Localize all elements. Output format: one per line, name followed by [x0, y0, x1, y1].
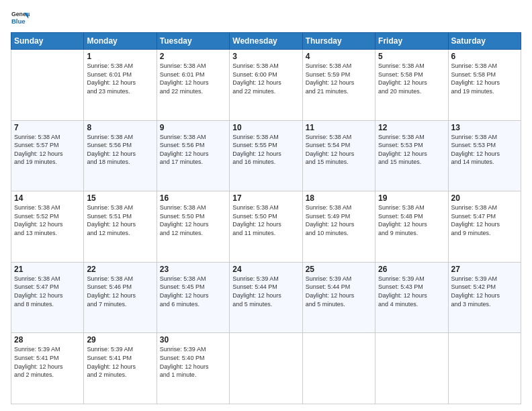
day-info: Sunrise: 5:38 AM Sunset: 5:54 PM Dayligh… — [306, 133, 372, 167]
day-info: Sunrise: 5:39 AM Sunset: 5:42 PM Dayligh… — [451, 275, 518, 308]
calendar-cell: 13Sunrise: 5:38 AM Sunset: 5:53 PM Dayli… — [448, 120, 521, 191]
day-number: 5 — [378, 52, 445, 61]
day-number: 23 — [160, 265, 226, 274]
calendar-cell — [230, 333, 302, 404]
weekday-row: SundayMondayTuesdayWednesdayThursdayFrid… — [11, 33, 521, 50]
day-info: Sunrise: 5:38 AM Sunset: 5:52 PM Dayligh… — [14, 203, 81, 237]
calendar-cell: 30Sunrise: 5:39 AM Sunset: 5:40 PM Dayli… — [157, 333, 229, 404]
day-number: 16 — [160, 193, 226, 203]
calendar-week-1: 7Sunrise: 5:38 AM Sunset: 5:57 PM Daylig… — [11, 120, 521, 191]
day-info: Sunrise: 5:39 AM Sunset: 5:41 PM Dayligh… — [14, 345, 81, 379]
day-number: 27 — [451, 265, 518, 274]
day-info: Sunrise: 5:38 AM Sunset: 5:45 PM Dayligh… — [160, 275, 226, 308]
day-number: 24 — [232, 265, 299, 274]
page: General Blue SundayMondayTuesdayWednesda… — [0, 0, 532, 411]
weekday-header-thursday: Thursday — [302, 33, 375, 50]
day-number: 25 — [306, 265, 372, 274]
day-info: Sunrise: 5:38 AM Sunset: 5:53 PM Dayligh… — [451, 133, 518, 167]
calendar-cell: 27Sunrise: 5:39 AM Sunset: 5:42 PM Dayli… — [448, 262, 521, 333]
header: General Blue — [11, 8, 521, 27]
weekday-header-friday: Friday — [375, 33, 448, 50]
day-number: 9 — [160, 123, 226, 132]
day-number: 11 — [306, 123, 372, 132]
day-number: 22 — [87, 265, 153, 274]
calendar-cell — [302, 333, 375, 404]
calendar-cell: 1Sunrise: 5:38 AM Sunset: 6:01 PM Daylig… — [84, 50, 157, 121]
calendar-cell: 19Sunrise: 5:38 AM Sunset: 5:48 PM Dayli… — [375, 191, 448, 263]
day-info: Sunrise: 5:39 AM Sunset: 5:41 PM Dayligh… — [87, 345, 153, 379]
calendar-cell: 14Sunrise: 5:38 AM Sunset: 5:52 PM Dayli… — [11, 191, 84, 263]
day-number: 2 — [160, 52, 226, 61]
day-info: Sunrise: 5:38 AM Sunset: 5:56 PM Dayligh… — [160, 133, 226, 167]
day-number: 8 — [87, 123, 153, 132]
day-number: 6 — [451, 52, 518, 61]
calendar-cell: 26Sunrise: 5:39 AM Sunset: 5:43 PM Dayli… — [375, 262, 448, 333]
calendar-cell — [448, 333, 521, 404]
calendar-cell: 18Sunrise: 5:38 AM Sunset: 5:49 PM Dayli… — [302, 191, 375, 263]
calendar-cell: 21Sunrise: 5:38 AM Sunset: 5:47 PM Dayli… — [11, 262, 84, 333]
calendar-cell: 29Sunrise: 5:39 AM Sunset: 5:41 PM Dayli… — [84, 333, 157, 404]
weekday-header-saturday: Saturday — [448, 33, 521, 50]
day-number: 3 — [232, 52, 299, 61]
day-number: 18 — [306, 193, 372, 203]
weekday-header-monday: Monday — [84, 33, 157, 50]
calendar-cell: 16Sunrise: 5:38 AM Sunset: 5:50 PM Dayli… — [157, 191, 229, 263]
calendar-cell: 15Sunrise: 5:38 AM Sunset: 5:51 PM Dayli… — [84, 191, 157, 263]
calendar-cell: 4Sunrise: 5:38 AM Sunset: 5:59 PM Daylig… — [302, 50, 375, 121]
calendar-cell: 23Sunrise: 5:38 AM Sunset: 5:45 PM Dayli… — [157, 262, 229, 333]
calendar-week-0: 1Sunrise: 5:38 AM Sunset: 6:01 PM Daylig… — [11, 50, 521, 121]
day-number: 26 — [378, 265, 445, 274]
calendar-cell: 20Sunrise: 5:38 AM Sunset: 5:47 PM Dayli… — [448, 191, 521, 263]
day-info: Sunrise: 5:38 AM Sunset: 5:51 PM Dayligh… — [87, 203, 153, 237]
day-info: Sunrise: 5:38 AM Sunset: 5:49 PM Dayligh… — [306, 203, 372, 237]
day-number: 19 — [378, 193, 445, 203]
day-info: Sunrise: 5:39 AM Sunset: 5:40 PM Dayligh… — [160, 345, 226, 379]
weekday-header-sunday: Sunday — [11, 33, 84, 50]
calendar-cell: 6Sunrise: 5:38 AM Sunset: 5:58 PM Daylig… — [448, 50, 521, 121]
weekday-header-tuesday: Tuesday — [157, 33, 229, 50]
calendar-cell: 10Sunrise: 5:38 AM Sunset: 5:55 PM Dayli… — [230, 120, 302, 191]
calendar-week-3: 21Sunrise: 5:38 AM Sunset: 5:47 PM Dayli… — [11, 262, 521, 333]
day-number: 12 — [378, 123, 445, 132]
calendar-cell: 11Sunrise: 5:38 AM Sunset: 5:54 PM Dayli… — [302, 120, 375, 191]
day-number: 28 — [14, 335, 81, 345]
weekday-header-wednesday: Wednesday — [230, 33, 302, 50]
calendar-cell: 28Sunrise: 5:39 AM Sunset: 5:41 PM Dayli… — [11, 333, 84, 404]
calendar-cell: 22Sunrise: 5:38 AM Sunset: 5:46 PM Dayli… — [84, 262, 157, 333]
day-number: 21 — [14, 265, 81, 274]
calendar-cell: 8Sunrise: 5:38 AM Sunset: 5:56 PM Daylig… — [84, 120, 157, 191]
svg-text:Blue: Blue — [11, 17, 26, 25]
day-info: Sunrise: 5:38 AM Sunset: 5:47 PM Dayligh… — [14, 275, 81, 308]
day-number: 29 — [87, 335, 153, 345]
calendar-cell: 17Sunrise: 5:38 AM Sunset: 5:50 PM Dayli… — [230, 191, 302, 263]
day-number: 13 — [451, 123, 518, 132]
calendar-cell: 9Sunrise: 5:38 AM Sunset: 5:56 PM Daylig… — [157, 120, 229, 191]
calendar-cell: 5Sunrise: 5:38 AM Sunset: 5:58 PM Daylig… — [375, 50, 448, 121]
day-info: Sunrise: 5:39 AM Sunset: 5:43 PM Dayligh… — [378, 275, 445, 308]
calendar-body: 1Sunrise: 5:38 AM Sunset: 6:01 PM Daylig… — [11, 50, 521, 404]
calendar-week-2: 14Sunrise: 5:38 AM Sunset: 5:52 PM Dayli… — [11, 191, 521, 263]
day-info: Sunrise: 5:38 AM Sunset: 5:58 PM Dayligh… — [451, 62, 518, 95]
day-info: Sunrise: 5:38 AM Sunset: 5:57 PM Dayligh… — [14, 133, 81, 167]
calendar-cell: 7Sunrise: 5:38 AM Sunset: 5:57 PM Daylig… — [11, 120, 84, 191]
logo-icon: General Blue — [11, 8, 30, 27]
day-number: 10 — [232, 123, 299, 132]
day-info: Sunrise: 5:38 AM Sunset: 5:56 PM Dayligh… — [87, 133, 153, 167]
day-info: Sunrise: 5:38 AM Sunset: 5:47 PM Dayligh… — [451, 203, 518, 237]
day-number: 20 — [451, 193, 518, 203]
calendar-cell: 12Sunrise: 5:38 AM Sunset: 5:53 PM Dayli… — [375, 120, 448, 191]
day-info: Sunrise: 5:38 AM Sunset: 5:46 PM Dayligh… — [87, 275, 153, 308]
day-info: Sunrise: 5:38 AM Sunset: 5:55 PM Dayligh… — [232, 133, 299, 167]
calendar-table: SundayMondayTuesdayWednesdayThursdayFrid… — [11, 32, 521, 404]
day-number: 1 — [87, 52, 153, 61]
day-number: 15 — [87, 193, 153, 203]
day-number: 4 — [306, 52, 372, 61]
day-info: Sunrise: 5:38 AM Sunset: 5:59 PM Dayligh… — [306, 62, 372, 95]
calendar-cell — [11, 50, 84, 121]
calendar-cell: 2Sunrise: 5:38 AM Sunset: 6:01 PM Daylig… — [157, 50, 229, 121]
day-info: Sunrise: 5:38 AM Sunset: 5:53 PM Dayligh… — [378, 133, 445, 167]
day-number: 14 — [14, 193, 81, 203]
day-info: Sunrise: 5:38 AM Sunset: 5:50 PM Dayligh… — [232, 203, 299, 237]
calendar-cell: 3Sunrise: 5:38 AM Sunset: 6:00 PM Daylig… — [230, 50, 302, 121]
day-info: Sunrise: 5:38 AM Sunset: 5:50 PM Dayligh… — [160, 203, 226, 237]
